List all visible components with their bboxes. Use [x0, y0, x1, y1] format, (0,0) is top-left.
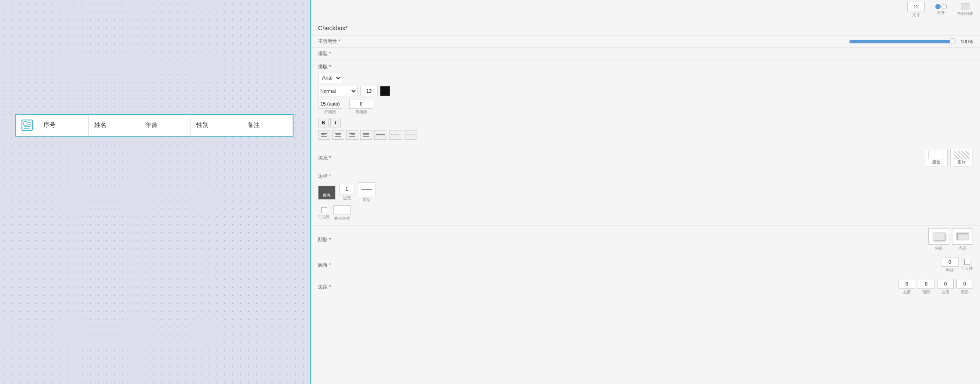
- inner-shadow-group: 内部: [952, 228, 973, 251]
- border-width-group: 边宽: [339, 184, 354, 201]
- font-style-select[interactable]: Normal: [318, 86, 357, 96]
- margin-top-input[interactable]: [918, 279, 934, 289]
- corner-visibility-label: 可见性: [961, 266, 973, 271]
- line-style-2[interactable]: [389, 130, 402, 140]
- margin-bottom-label: 底部: [961, 289, 969, 295]
- inner-shadow-label: 内部: [959, 246, 966, 251]
- border-width-input[interactable]: [339, 184, 354, 194]
- margin-right-input[interactable]: [937, 279, 954, 289]
- line-style-3[interactable]: [404, 130, 417, 140]
- fill-color-box[interactable]: 颜色: [925, 149, 948, 166]
- table-col-3: 性别: [191, 115, 242, 136]
- letter-spacing-group: 字间距: [349, 99, 373, 115]
- font-color-box[interactable]: [380, 86, 390, 96]
- align-radio-off[interactable]: [941, 4, 947, 9]
- color-texture-label: 色彩创建: [957, 11, 973, 17]
- outer-shadow-label: 外部: [935, 246, 943, 251]
- fill-color-group: 颜色: [925, 149, 948, 166]
- layout-row: 排型 *: [311, 48, 980, 60]
- margin-label: 边距 *: [318, 284, 331, 290]
- font-section-label: 排版 *: [318, 63, 973, 70]
- corner-visibility-group: 可见性: [961, 259, 973, 271]
- margin-left-label: 左面: [903, 289, 911, 295]
- margin-left-input[interactable]: [899, 279, 915, 289]
- border-section: 边框 * 颜色 边宽 类型 可见性: [311, 169, 980, 225]
- letter-spacing-label: 字间距: [355, 109, 367, 115]
- margin-left-group: 左面: [899, 279, 915, 295]
- outer-shadow-group: 外部: [928, 228, 949, 251]
- border-style-box[interactable]: [333, 205, 351, 215]
- border-visibility-cb[interactable]: [321, 207, 327, 213]
- border-type-label: 类型: [363, 197, 371, 203]
- border-visibility-group: 可见性: [318, 207, 330, 220]
- table-columns: 序号 姓名 年龄 性别 备注: [38, 115, 293, 136]
- shadow-controls: 外部 内部: [928, 228, 973, 251]
- line-style-1[interactable]: [374, 130, 387, 140]
- table-col-2: 年龄: [140, 115, 191, 136]
- table-col-1: 姓名: [89, 115, 140, 136]
- canvas-area: 序号 姓名 年龄 性别 备注: [0, 0, 311, 384]
- border-visibility-label: 可见性: [318, 214, 330, 220]
- align-control: 对齐: [935, 4, 947, 16]
- shadow-label: 阴影 *: [318, 236, 331, 243]
- fill-texture-group: 图片: [950, 149, 973, 166]
- table-widget[interactable]: 序号 姓名 年龄 性别 备注: [15, 114, 294, 137]
- font-name-row: Arial: [318, 73, 973, 83]
- border-style-label: 叠头样式: [334, 216, 350, 222]
- inner-shadow-box[interactable]: [952, 228, 973, 245]
- font-size-input[interactable]: [360, 86, 378, 96]
- opacity-slider-thumb[interactable]: [949, 38, 955, 44]
- layout-label: 排型 *: [318, 50, 331, 57]
- line-height-input[interactable]: [318, 99, 342, 109]
- border-color-box[interactable]: 颜色: [318, 186, 336, 200]
- spacing-row: 行间距 字间距: [318, 99, 973, 115]
- table-checkbox-cell: [16, 115, 38, 136]
- corner-visibility-cb[interactable]: [964, 259, 970, 265]
- line-height-group: 行间距: [318, 99, 342, 115]
- align-label: 对齐: [937, 10, 945, 16]
- color-texture-control: 色彩创建: [957, 3, 973, 17]
- size-control: 尺寸: [907, 2, 925, 18]
- border-color-group: 颜色: [318, 186, 336, 200]
- border-color-label: 颜色: [323, 193, 331, 198]
- component-name: Checkbox*: [318, 25, 348, 32]
- align-right-btn[interactable]: [346, 130, 358, 140]
- color-swatch-small[interactable]: [961, 3, 969, 10]
- opacity-value: 100%: [957, 39, 973, 44]
- align-center-btn[interactable]: [332, 130, 344, 140]
- right-panel: 尺寸 对齐 色彩创建 Checkbox* 不透明性 *: [311, 0, 980, 384]
- table-col-4: 备注: [242, 115, 293, 136]
- fill-color-label: 颜色: [932, 159, 940, 165]
- bold-button[interactable]: B: [318, 118, 329, 127]
- opacity-controls: 100%: [849, 39, 973, 44]
- outer-shadow-box[interactable]: [928, 228, 949, 245]
- fill-texture-box[interactable]: 图片: [950, 149, 973, 166]
- corner-radius-input[interactable]: [941, 257, 959, 267]
- table-col-0: 序号: [38, 115, 89, 136]
- margin-bottom-input[interactable]: [956, 279, 973, 289]
- fill-controls: 颜色 图片: [925, 149, 973, 166]
- align-left-btn[interactable]: [318, 130, 330, 140]
- letter-spacing-input[interactable]: [349, 99, 373, 109]
- size-label: 尺寸: [912, 12, 920, 18]
- top-controls-row: 尺寸 对齐 色彩创建: [311, 0, 980, 20]
- margin-top-group: 顶部: [918, 279, 934, 295]
- text-align-row: [318, 130, 973, 140]
- line-height-label: 行间距: [324, 109, 336, 115]
- opacity-label: 不透明性 *: [318, 38, 340, 45]
- font-name-select[interactable]: Arial: [318, 73, 342, 83]
- align-justify-btn[interactable]: [360, 130, 372, 140]
- checkbox-icon: [21, 119, 34, 132]
- align-radio-on[interactable]: [935, 4, 941, 9]
- margin-controls: 左面 顶部 右面 底部: [899, 279, 973, 295]
- margin-right-label: 右面: [941, 289, 949, 295]
- component-name-section: Checkbox*: [311, 20, 980, 35]
- border-type-group: 类型: [358, 182, 375, 203]
- italic-button[interactable]: I: [330, 118, 341, 127]
- fill-texture-label: 图片: [958, 159, 966, 165]
- size-input[interactable]: [907, 2, 925, 11]
- font-format-row: B I: [318, 118, 973, 127]
- border-type-box[interactable]: [358, 182, 375, 196]
- corner-radius-group: 半径: [941, 257, 959, 273]
- opacity-slider-track[interactable]: [849, 40, 955, 43]
